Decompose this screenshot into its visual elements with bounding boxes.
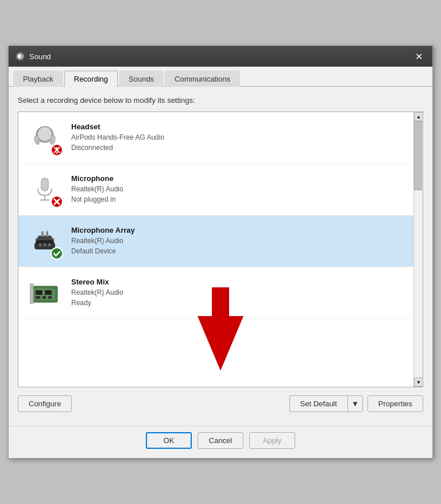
instruction-text: Select a recording device below to modif…	[18, 96, 423, 105]
tab-communications[interactable]: Communications	[165, 71, 240, 87]
svg-rect-23	[41, 231, 44, 237]
tab-content: Select a recording device below to modif…	[9, 87, 432, 426]
mic-array-info: Microphone Array Realtek(R) Audio Defaul…	[71, 226, 405, 256]
right-buttons: Set Default ▼ Properties	[289, 395, 423, 412]
mic-info: Microphone Realtek(R) Audio Not plugged …	[71, 174, 405, 205]
svg-rect-12	[41, 178, 48, 191]
sound-icon	[16, 52, 25, 61]
scrollbar[interactable]: ▲ ▼	[413, 112, 423, 387]
mic-array-icon-wrap	[26, 223, 63, 260]
tabs-container: Playback Recording Sounds Communications	[9, 67, 432, 87]
headset-name: Headset	[71, 122, 405, 131]
device-item-mic-array[interactable]: Microphone Array Realtek(R) Audio Defaul…	[18, 216, 413, 267]
configure-button[interactable]: Configure	[18, 395, 72, 412]
svg-point-20	[38, 243, 42, 247]
scroll-down-btn[interactable]: ▼	[414, 378, 423, 387]
stereo-info: Stereo Mix Realtek(R) Audio Ready	[71, 278, 405, 308]
svg-point-22	[48, 243, 51, 247]
mic-icon-wrap	[26, 171, 63, 208]
cancel-button[interactable]: Cancel	[198, 432, 243, 449]
device-item-headset[interactable]: Headset AirPods Hands-Free AG Audio Disc…	[18, 112, 413, 164]
device-item-microphone[interactable]: Microphone Realtek(R) Audio Not plugged …	[18, 164, 413, 216]
svg-point-21	[43, 243, 47, 247]
svg-point-11	[56, 152, 58, 153]
sound-dialog: Sound ✕ Playback Recording Sounds Commun…	[8, 45, 433, 459]
device-list: Headset AirPods Hands-Free AG Audio Disc…	[18, 112, 413, 387]
stereo-sub: Realtek(R) Audio Ready	[71, 287, 405, 308]
svg-rect-32	[48, 296, 52, 299]
svg-rect-30	[36, 296, 40, 299]
set-default-arrow-button[interactable]: ▼	[347, 395, 363, 412]
device-list-wrapper: Headset AirPods Hands-Free AG Audio Disc…	[18, 111, 423, 387]
window-title: Sound	[29, 52, 51, 61]
headset-sub: AirPods Hands-Free AG Audio Disconnected	[71, 132, 405, 153]
bottom-row: OK Cancel Apply	[9, 426, 432, 458]
title-bar: Sound ✕	[9, 46, 432, 67]
stereo-mix-icon	[30, 278, 60, 308]
device-item-stereo-mix[interactable]: Stereo Mix Realtek(R) Audio Ready	[18, 267, 413, 319]
svg-rect-38	[30, 284, 33, 303]
svg-rect-24	[46, 231, 48, 237]
tab-recording[interactable]: Recording	[64, 71, 118, 87]
svg-point-25	[52, 248, 62, 259]
svg-rect-7	[34, 136, 38, 143]
set-default-button[interactable]: Set Default	[289, 395, 347, 412]
svg-rect-29	[45, 290, 52, 295]
tab-playback[interactable]: Playback	[13, 71, 63, 87]
title-bar-left: Sound	[16, 52, 51, 61]
stereo-name: Stereo Mix	[71, 278, 405, 286]
scroll-up-btn[interactable]: ▲	[414, 112, 423, 121]
headset-status-badge	[51, 144, 63, 156]
mic-sub: Realtek(R) Audio Not plugged in	[71, 184, 405, 205]
headset-icon-wrap	[26, 120, 63, 156]
close-button[interactable]: ✕	[412, 49, 425, 63]
left-buttons: Configure	[18, 395, 72, 412]
svg-rect-8	[51, 136, 55, 143]
buttons-row: Configure Set Default ▼ Properties	[18, 395, 423, 417]
svg-point-6	[38, 127, 52, 141]
svg-rect-28	[36, 290, 42, 295]
mic-name: Microphone	[71, 174, 405, 183]
ok-button[interactable]: OK	[146, 432, 192, 449]
mic-status-badge	[51, 195, 63, 208]
set-default-group: Set Default ▼	[289, 395, 363, 412]
mic-array-name: Microphone Array	[71, 226, 405, 234]
svg-rect-19	[38, 236, 52, 240]
scrollbar-thumb[interactable]	[414, 121, 422, 190]
device-list-container: Headset AirPods Hands-Free AG Audio Disc…	[18, 111, 423, 387]
tab-sounds[interactable]: Sounds	[119, 71, 164, 87]
mic-array-sub: Realtek(R) Audio Default Device	[71, 236, 405, 256]
svg-rect-31	[42, 296, 46, 299]
mic-array-status-badge	[51, 247, 63, 260]
properties-button[interactable]: Properties	[368, 395, 423, 412]
apply-button[interactable]: Apply	[249, 432, 295, 449]
scrollbar-thumb-area	[414, 121, 423, 378]
headset-info: Headset AirPods Hands-Free AG Audio Disc…	[71, 122, 405, 153]
stereo-icon-wrap	[26, 275, 63, 311]
